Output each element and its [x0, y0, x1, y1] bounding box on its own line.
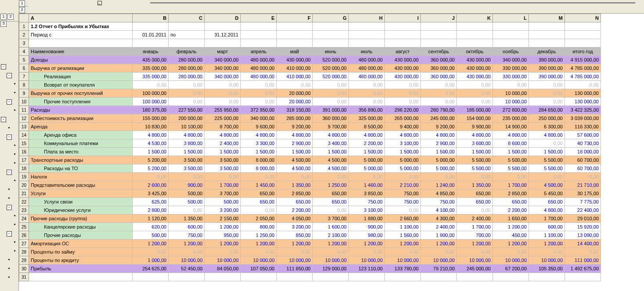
cell-value[interactable]: 0,00 [241, 81, 277, 89]
cell-value[interactable]: 750,00 [385, 198, 421, 206]
cell-value[interactable]: 1 200,00 [493, 240, 529, 248]
cell-value[interactable]: 0,00 [313, 248, 349, 256]
row-name[interactable]: Реализация [29, 73, 133, 81]
cell-value[interactable]: 10 000,00 [493, 89, 529, 98]
row-name[interactable]: Расходы на ТО [29, 164, 133, 173]
cell-value[interactable]: 10 000,00 [493, 256, 529, 265]
cell-value[interactable]: 7 775,00 [565, 198, 601, 206]
cell-value[interactable]: 2 200,00 [349, 139, 385, 148]
col-header-F[interactable]: F [277, 14, 313, 22]
cell-value[interactable]: 0,00 [313, 98, 349, 106]
cell-value[interactable]: 0,00 [457, 89, 493, 98]
cell-value[interactable]: 272 800,00 [493, 106, 529, 114]
cell-value[interactable]: 800,00 [241, 223, 277, 231]
cell-value[interactable]: 650,00 [277, 198, 313, 206]
cell-value[interactable]: 285 000,00 [277, 114, 313, 123]
cell-value[interactable]: 0,00 [385, 89, 421, 98]
cell-value[interactable]: 750,00 [421, 198, 457, 206]
cell-value[interactable]: 1 200,00 [313, 240, 349, 248]
cell-value[interactable]: 430 000,00 [457, 64, 493, 73]
cell-value[interactable]: 1 700,00 [529, 215, 565, 223]
cell-value[interactable]: 5 500,00 [457, 164, 493, 173]
row-header-8[interactable]: 8 [19, 81, 29, 89]
cell-value[interactable]: 4 500,00 [313, 156, 349, 164]
cell-value[interactable]: 1 240,00 [421, 181, 457, 189]
row-name[interactable]: Доходы [29, 56, 133, 64]
cell-value[interactable]: 3 700,00 [313, 215, 349, 223]
cell-value[interactable]: 4 800,00 [385, 131, 421, 139]
cell-value[interactable]: 335 000,00 [133, 73, 169, 81]
cell-value[interactable]: 1 600,00 [313, 223, 349, 231]
col-header-B[interactable]: B [133, 14, 169, 22]
cell-value[interactable]: 130 000,00 [565, 98, 601, 106]
cell-value[interactable]: 9 700,00 [313, 123, 349, 131]
row-header-2[interactable]: 2 [19, 31, 29, 39]
cell-value[interactable]: 3 200,00 [277, 223, 313, 231]
cell-value[interactable]: 4 050,00 [277, 215, 313, 223]
cell-value[interactable]: 4 300,00 [421, 215, 457, 223]
cell-value[interactable]: 1 200,00 [349, 240, 385, 248]
cell-value[interactable]: 10 100,00 [169, 123, 205, 131]
col-header-G[interactable]: G [313, 14, 349, 22]
cell-value[interactable]: 116 330,00 [565, 123, 601, 131]
cell-value[interactable]: 356 890,00 [349, 106, 385, 114]
cell-value[interactable]: 0,00 [457, 98, 493, 106]
cell-value[interactable]: 5 000,00 [385, 164, 421, 173]
cell-value[interactable]: 4 785 000,00 [565, 73, 601, 81]
cell-value[interactable]: 1 200,00 [169, 240, 205, 248]
cell-value[interactable]: 4 500,00 [313, 164, 349, 173]
cell-value[interactable]: 1 200,00 [457, 240, 493, 248]
cell-value[interactable]: 52 450,00 [169, 265, 205, 273]
row-header-11[interactable]: 11 [19, 106, 29, 114]
cell-value[interactable]: 0,00 [385, 81, 421, 89]
cell-value[interactable]: 0,00 [457, 206, 493, 215]
cell-value[interactable]: 0,00 [457, 173, 493, 181]
row-name[interactable]: Представительские расходы [29, 181, 133, 189]
row-name[interactable]: Аренда офиса [29, 131, 133, 139]
cell-value[interactable]: 1 500,00 [133, 148, 169, 156]
spreadsheet-grid[interactable]: ABCDEFGHIJKLMN11.2 Отчет о Прибылях и Уб… [19, 14, 601, 281]
cell-value[interactable]: 2 200,00 [493, 206, 529, 215]
cell-value[interactable]: 0,00 [277, 248, 313, 256]
row-header-9[interactable]: 9 [19, 89, 29, 98]
cell-value[interactable]: 10 000,00 [421, 256, 457, 265]
cell-value[interactable]: 280 000,00 [169, 73, 205, 81]
corner-cell[interactable] [19, 14, 29, 22]
cell-value[interactable]: 40 730,00 [565, 139, 601, 148]
cell-value[interactable]: 0,00 [565, 81, 601, 89]
cell-value[interactable]: 4 800,00 [241, 131, 277, 139]
cell-value[interactable]: 0,00 [313, 89, 349, 98]
cell-value[interactable]: 4 100,00 [421, 206, 457, 215]
cell-value[interactable]: 435 000,00 [133, 56, 169, 64]
cell-value[interactable]: 0,00 [385, 98, 421, 106]
row-header-26[interactable]: 26 [19, 231, 29, 240]
cell-value[interactable]: 0,00 [457, 248, 493, 256]
cell-value[interactable]: 0,00 [133, 81, 169, 89]
cell-value[interactable]: 13 090,00 [565, 231, 601, 240]
cell-value[interactable]: 1 200,00 [529, 240, 565, 248]
cell-value[interactable]: 10 000,00 [349, 256, 385, 265]
cell-value[interactable]: 10 000,00 [529, 256, 565, 265]
row-name[interactable]: Канцелярские расходы [29, 223, 133, 231]
row-name[interactable]: Амортизация ОС [29, 240, 133, 248]
cell-value[interactable]: 0,00 [421, 98, 457, 106]
cell-value[interactable]: 9 200,00 [277, 123, 313, 131]
row-name[interactable]: Прочие поступления [29, 98, 133, 106]
cell-value[interactable]: 3 500,00 [169, 156, 205, 164]
cell-value[interactable]: 84 050,00 [205, 265, 241, 273]
cell-value[interactable]: 100 000,00 [133, 89, 169, 98]
cell-value[interactable]: 0,00 [385, 206, 421, 215]
outline-collapse-button[interactable]: − [7, 170, 12, 175]
cell-value[interactable]: 980,00 [349, 231, 385, 240]
cell-value[interactable]: 430 000,00 [457, 56, 493, 64]
row-name[interactable]: Себестоимость реализации [29, 114, 133, 123]
cell-value[interactable]: 1 500,00 [205, 148, 241, 156]
cell-value[interactable]: 318 150,00 [277, 106, 313, 114]
cell-value[interactable]: 390 000,00 [529, 73, 565, 81]
cell-value[interactable]: 280 000,00 [169, 64, 205, 73]
cell-value[interactable]: 340 000,00 [205, 56, 241, 64]
row-header-16[interactable]: 16 [19, 148, 29, 156]
cell-value[interactable]: 1 200,00 [205, 223, 241, 231]
col-header-C[interactable]: C [169, 14, 205, 22]
cell-value[interactable]: 360 000,00 [421, 64, 457, 73]
